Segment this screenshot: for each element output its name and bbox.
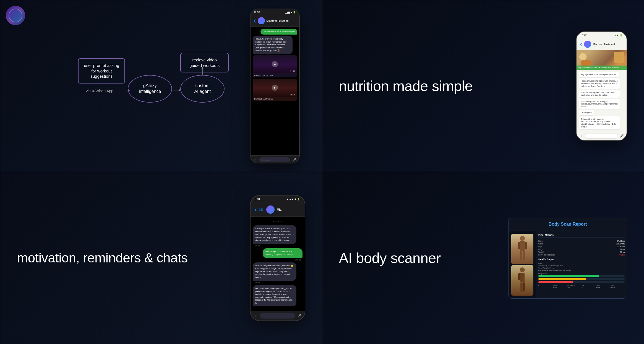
back-chevron[interactable]: ❮ [253, 19, 256, 23]
nutrition-chat: Hey Nya! Let's break down your breakfast… [577, 70, 627, 131]
nutrition-header: ❮ Mia from Fastmind [577, 38, 627, 50]
chat-msg-4: Let's start by identifying what triggers… [253, 285, 296, 306]
chat-time: 5:01 [255, 198, 260, 201]
scan-photo-side [511, 265, 533, 296]
scan-photo-front [511, 234, 533, 264]
svg-rect-11 [518, 273, 520, 280]
play-button-1[interactable]: ▶ [272, 61, 278, 67]
chat-status-bar: 5:01 ▲▲▲ ◈ 🔋 [251, 196, 305, 203]
nutrition-phone: 18:42 ● ▲ 🔋 ❮ Mia from Fastmind Log my b… [576, 31, 627, 140]
metric-waist: Waist 100.27 cm [538, 243, 625, 245]
table-row-1: 1 90.2% 25.4 24.7 65,000 45,000 [538, 287, 625, 288]
metric-hips: Hips 113.91 cm [538, 246, 625, 247]
chat-avatar [266, 205, 275, 214]
nutrition-status-bar: 18:42 ● ▲ 🔋 [577, 32, 627, 38]
svg-rect-7 [520, 251, 522, 260]
chat-mic-icon[interactable]: 🎤 [297, 314, 301, 318]
chat-add-icon[interactable]: ＋ [254, 313, 258, 318]
metric-height: Height 183 cm [538, 248, 625, 250]
nutrition-msg-1: Hey Nya! Let's break down your breakfast… [579, 72, 619, 77]
user-chat-bubble: I don't want to do a barbell squat [260, 29, 297, 35]
svg-rect-12 [520, 282, 523, 292]
video-duration-2: 25:31 [290, 94, 295, 96]
svg-point-9 [520, 267, 525, 272]
chat-back-num: 263 [259, 208, 264, 211]
nutrition-avatar [584, 41, 591, 48]
progress-2 [538, 278, 625, 280]
contact-avatar [258, 17, 265, 24]
nutrition-msg-3: The chia pudding looks like it has some … [579, 90, 620, 98]
svg-rect-6 [525, 242, 527, 249]
video-label-2: DUMBBELL LUNGES [253, 97, 297, 101]
msg-timestamp-1: 1:08 am [254, 245, 303, 247]
progress-bar-2 [538, 278, 625, 280]
video-card-1: ▶ 21:21 BARBELL ROLL OUT [253, 55, 297, 77]
health-report-title: Health Report [538, 258, 625, 261]
nutrition-signals: ● ▲ 🔋 [614, 34, 623, 37]
metric-neck: Neck 37.83 cm [538, 240, 625, 242]
svg-rect-5 [518, 242, 520, 249]
nutrition-msg-4: The fruit cup includes pineapple, cantal… [579, 99, 620, 109]
video-card-2: ▶ 25:31 DUMBBELL LUNGES [253, 79, 297, 101]
chat-back[interactable]: ❮ [254, 208, 257, 212]
progress-bar-1 [538, 275, 625, 277]
play-button-2[interactable]: ▶ [272, 85, 278, 91]
video-label-1: BARBELL ROLL OUT [253, 73, 297, 77]
add-icon[interactable]: ＋ [253, 157, 257, 162]
signal-icons: ▂▄▆ ◈ 🔋 [285, 11, 296, 14]
bottom-right-quadrant: AI body scanner Body Scan Report [322, 172, 644, 344]
nutrition-back[interactable]: ❮ [580, 43, 582, 46]
msg-date: 5 Apr 2024 [253, 221, 303, 223]
flow-diagram: user prompt asking for workout suggestio… [78, 42, 244, 130]
bottom-left-quadrant: motivation, reminders & chats 5:01 ▲▲▲ ◈… [0, 172, 322, 344]
food-image: Log my breakfast data for calories and n… [577, 50, 627, 70]
scan-report-body: Final Metrics Neck 37.83 cm Waist 100.27… [509, 231, 627, 298]
logo-inner [9, 9, 22, 22]
chat-contact: Mia [277, 208, 281, 211]
body-scan-report: Body Scan Report [508, 218, 627, 299]
svg-point-3 [520, 236, 525, 241]
top-right-quadrant: nutrition made simple 18:42 ● ▲ 🔋 ❮ Mia … [322, 0, 644, 172]
gainzy-node: gAInzyintelligence [128, 75, 172, 103]
scan-report-title: Body Scan Report [549, 222, 587, 227]
scanner-title-container: AI body scanner [339, 249, 509, 267]
motivation-title-container: motivation, reminders & chats [17, 250, 250, 266]
table-header: # Weight Body Fat % Fat Lean Total [538, 285, 625, 286]
metric-bfp: Body Fat Percentage 30.71% [538, 254, 625, 256]
data-table: # Weight Body Fat % Fat Lean Total 1 90.… [538, 285, 625, 288]
progress-3 [538, 281, 625, 283]
food-overlay: Log my breakfast data for calories and n… [577, 66, 627, 70]
top-left-quadrant: user prompt asking for workout suggestio… [0, 0, 322, 172]
chat-header: ❮ 263 Mia [251, 203, 305, 217]
nutrition-time: 18:42 [580, 34, 587, 37]
nutrition-title-container: nutrition made simple [339, 77, 576, 95]
chat-msg-3: That's a very relatable quest, Namani! 🌟… [253, 262, 296, 281]
chat-messages-container: 5 Apr 2024 Could you share a bit about y… [251, 217, 305, 311]
logo [6, 6, 25, 25]
chat-signals: ▲▲▲ ◈ 🔋 [286, 198, 300, 200]
mic-icon[interactable]: 🎤 [292, 158, 296, 162]
message-input[interactable]: iMessage [262, 159, 270, 161]
nutrition-contact: Mia from Fastmind [593, 43, 615, 46]
final-metrics-title: Final Metrics [538, 234, 625, 238]
nutrition-msg-5: Let's log this: [579, 110, 594, 115]
scanner-title: AI body scanner [339, 249, 509, 267]
contact-name: Mia from Fastmind [267, 19, 289, 22]
nutrition-add-icon[interactable]: ＋ [579, 134, 583, 139]
user-prompt-node: user prompt asking for workout suggestio… [78, 58, 125, 84]
metrics-column: Final Metrics Neck 37.83 cm Waist 100.27… [536, 231, 627, 298]
custom-agent-node: customAI agent [180, 75, 225, 103]
msg-timestamp-3: 1:08 am [254, 282, 303, 283]
chat-phone: 5:01 ▲▲▲ ◈ 🔋 ❮ 263 Mia 5 Apr 2024 Could … [250, 195, 305, 321]
scan-photos-column [509, 231, 536, 298]
nutrition-title: nutrition made simple [339, 77, 576, 95]
svg-rect-4 [520, 241, 525, 251]
nutrition-msg-6: Chia pudding with granola:~250-300 calor… [579, 116, 620, 129]
progress-bar-3 [538, 281, 625, 283]
ai-chat-bubble: Hi Nya, here's your lower body workout f… [253, 36, 293, 54]
nutrition-mic-icon[interactable]: 🎤 [620, 134, 624, 138]
via-label: via X/WhatsApp [81, 85, 118, 97]
msg-timestamp-2: 1:08 am [295, 259, 301, 261]
video-duration-1: 21:21 [290, 70, 295, 72]
person-side-silhouette [516, 267, 529, 294]
